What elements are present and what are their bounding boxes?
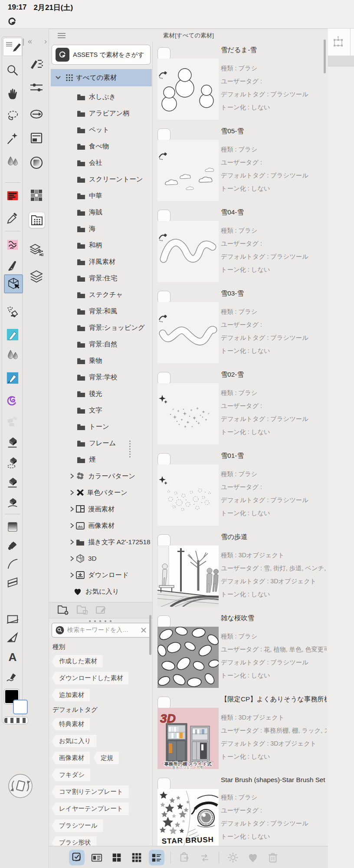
fill-bucket-tool[interactable] [6,539,20,552]
marker-cyan-tool[interactable] [6,328,20,342]
material-thumbnail[interactable] [157,627,219,688]
tree-folder-row[interactable]: 乗物 [51,352,152,369]
object-3d-tool[interactable] [4,274,23,293]
tree-folder-row[interactable]: 水しぶき [51,89,152,105]
pen-tool[interactable] [6,258,20,272]
filter-tag[interactable]: 作成した素材 [52,655,103,667]
toolbar-header-tab[interactable] [3,38,22,56]
delete-folder-button[interactable] [77,605,88,615]
eraser-kneaded-tool[interactable] [6,475,20,489]
decoration-marker-tool[interactable] [6,189,20,203]
material-thumbnail[interactable] [157,59,219,120]
grid-large-view-button[interactable] [109,850,125,865]
caret-right-icon[interactable] [70,539,74,545]
material-thumbnail[interactable] [157,546,219,607]
tree-folder-row[interactable]: ステクチャ [51,286,152,303]
replace-material-button[interactable] [197,850,213,865]
material-item[interactable]: 雪だるま-雪 種類 : ブラシ ユーザータグ : デフォルトタグ : ブラシツー… [153,39,328,121]
eraser-soft-tool[interactable] [6,455,20,469]
filter-tag[interactable]: お気に入り [52,735,97,747]
expand-panel-icon[interactable]: › [44,37,47,45]
settings-gear-icon[interactable] [225,850,241,865]
select-mode-button[interactable] [69,850,85,865]
blend-2-tool[interactable] [6,349,20,362]
tree-folder-row[interactable]: 会社 [51,155,152,171]
tree-folder-row[interactable]: 海賊 [51,204,152,220]
eraser-vector-tool[interactable] [6,495,20,509]
tree-folder-row[interactable]: 海 [51,220,152,237]
tree-group-row[interactable]: 漫画素材 [51,501,152,517]
material-thumbnail[interactable] [157,464,219,526]
background-color-swatch[interactable] [13,700,28,714]
material-item[interactable]: 雪の歩道 種類 : 3Dオブジェクト ユーザータグ : 雪, 街灯, 歩道, ベ… [153,526,328,608]
material-search-box[interactable]: 検索キーワードを入… [52,623,151,638]
color-wheel-palette-icon[interactable] [29,155,44,171]
filter-tag[interactable]: レイヤーテンプレート [52,802,129,815]
material-thumbnail[interactable]: 3D事務所の棚 スライド式各オブジェクト可動 [157,708,219,769]
tree-folder-row[interactable]: 文字 [51,402,152,418]
material-item[interactable]: 雪01-雪 種類 : ブラシ ユーザータグ : デフォルトタグ : ブラシツール… [153,445,328,526]
caret-right-icon[interactable] [70,572,74,578]
edit-folder-button[interactable] [96,605,107,615]
tree-folder-row[interactable]: 背景:住宅 [51,270,152,286]
caret-right-icon[interactable] [70,490,74,496]
sub-tool-palette-icon[interactable] [29,56,44,72]
favorite-heart-icon[interactable] [245,850,261,865]
layer-search-palette-icon[interactable] [29,242,44,257]
material-item[interactable]: 雪05-雪 種類 : ブラシ ユーザータグ : デフォルトタグ : ブラシツール… [153,121,328,202]
material-item[interactable]: 雑な桜吹雪 種類 : ブラシ ユーザータグ : 花, 植物, 単色, 色変更可,… [153,608,328,689]
eraser-hard-tool[interactable] [6,435,20,449]
tree-group-row[interactable]: 画像素材 [51,517,152,534]
caret-down-icon[interactable] [55,75,61,80]
tree-folder-row[interactable]: ペット [51,122,152,138]
tree-folder-row[interactable]: フレーム [51,435,152,451]
material-thumbnail[interactable] [157,221,219,282]
color-set-palette-icon[interactable] [29,187,44,203]
material-item[interactable]: 雪03-雪 種類 : ブラシ ユーザータグ : デフォルトタグ : ブラシツール… [153,283,328,364]
caret-right-icon[interactable] [70,523,74,529]
tree-group-row[interactable]: ダウンロード [51,567,152,583]
material-item[interactable]: 雪02-雪 種類 : ブラシ ユーザータグ : デフォルトタグ : ブラシツール… [153,364,328,445]
caret-right-icon[interactable] [70,506,74,512]
lasso-tool[interactable] [6,109,20,123]
text-tool[interactable]: A [6,650,20,664]
airbrush-tool[interactable] [6,305,20,319]
stamp-tool[interactable] [6,238,20,252]
tree-folder-row[interactable]: 食べ物 [51,138,152,155]
figure-tool[interactable] [6,631,20,644]
tree-group-row[interactable]: カラーパターン [51,468,152,484]
filter-tag[interactable]: 定規 [93,752,119,764]
material-item[interactable]: 3D事務所の棚 スライド式各オブジェクト可動 【限定CP】よくありそうな事務所棚… [153,689,328,770]
delete-trash-icon[interactable] [265,850,281,865]
gradient-tool[interactable] [6,520,20,534]
list-scrollbar[interactable] [324,39,326,73]
caret-right-icon[interactable] [70,473,74,479]
tree-folder-row[interactable]: 背景:学校 [51,369,152,385]
filter-tag[interactable]: ダウンロードした素材 [52,672,128,684]
tree-folder-row[interactable]: 後光 [51,385,152,402]
frame-border-tool[interactable] [6,612,20,626]
transform-handles-icon[interactable] [331,36,345,49]
grid-small-view-button[interactable] [129,850,144,865]
card-view-button[interactable] [89,850,105,865]
filter-tag[interactable]: ブラシ形状 [52,836,97,846]
tree-folder-row[interactable]: 和柄 [51,237,152,253]
collapse-palettebar-icon[interactable]: « [28,37,32,45]
zoom-tool[interactable] [6,64,20,78]
rotate-canvas-button[interactable] [7,773,34,799]
tree-root-all-materials[interactable]: すべての素材 [51,69,152,86]
material-thumbnail[interactable]: STAR BRUSH [157,789,219,850]
eyedropper-tool[interactable] [6,211,20,225]
tree-folder-row[interactable]: トーン [51,418,152,435]
material-palette-icon[interactable] [29,212,45,228]
tree-favorites-row[interactable]: お気に入り [51,583,152,600]
filter-tag[interactable]: 特典素材 [52,718,90,730]
tree-folder-row[interactable]: 煙 [51,451,152,468]
filter-tag[interactable]: コマ割りテンプレート [52,786,129,798]
tree-folder-row[interactable]: スクリーントーン [51,171,152,187]
transparent-color-swatch[interactable] [3,717,28,724]
brush-blue-tool[interactable] [6,371,20,385]
tool-property-palette-icon[interactable] [29,80,44,95]
splitter-handle[interactable] [129,441,131,457]
material-thumbnail[interactable] [157,302,219,363]
